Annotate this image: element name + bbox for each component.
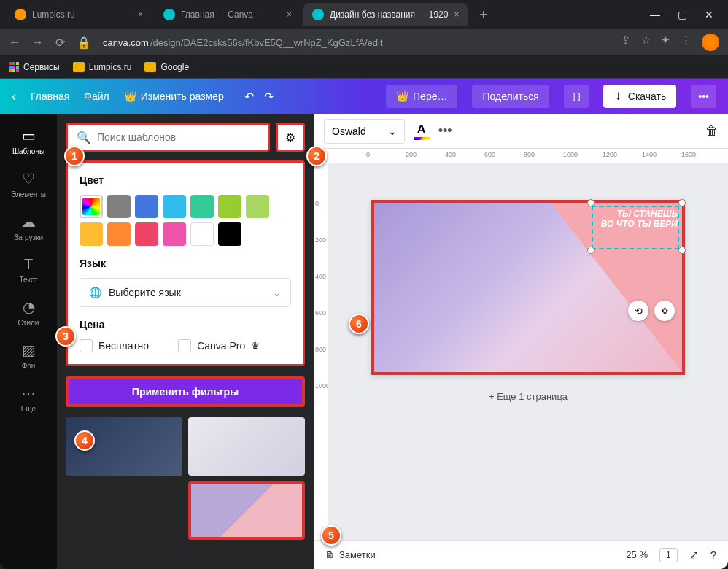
sidenav-templates[interactable]: ▭Шаблоны: [0, 120, 57, 163]
close-icon[interactable]: ×: [454, 9, 459, 20]
minimize-button[interactable]: —: [650, 9, 660, 20]
callout-6: 6: [349, 314, 369, 334]
template-thumbnail-selected[interactable]: [188, 481, 305, 540]
notes-button[interactable]: 🗎Заметки: [325, 549, 376, 560]
rotate-button[interactable]: ⟲: [628, 301, 648, 321]
price-pro-checkbox[interactable]: Canva Pro♛: [178, 339, 260, 352]
color-swatch[interactable]: [135, 195, 158, 218]
share-button[interactable]: Поделиться: [472, 85, 549, 108]
canvas-text[interactable]: ТЫ СТАНЕШЬ ВО ЧТО ТЫ ВЕРИ: [601, 209, 678, 230]
resize-button[interactable]: 👑Изменить размер: [124, 90, 224, 102]
templates-icon: ▭: [22, 127, 36, 144]
color-swatch[interactable]: [107, 195, 131, 218]
tab-title: Главная — Canva: [181, 9, 253, 20]
more-icon: ⋯: [21, 384, 36, 402]
new-tab-button[interactable]: +: [471, 7, 496, 23]
uploads-icon: ☁: [21, 213, 36, 231]
browser-tab[interactable]: Lumpics.ru ×: [6, 3, 152, 26]
search-input-wrapper: 🔍: [66, 123, 270, 152]
maximize-button[interactable]: ▢: [678, 9, 687, 20]
add-page-button[interactable]: + Еще 1 страница: [350, 375, 706, 418]
color-swatch[interactable]: [218, 195, 241, 218]
move-button[interactable]: ✥: [654, 301, 675, 321]
more-button[interactable]: •••: [691, 85, 716, 108]
sidenav-text[interactable]: TТекст: [0, 249, 57, 291]
bottom-bar: 🗎Заметки 25 % 1 ⤢ ?: [314, 540, 728, 569]
help-button[interactable]: ?: [710, 549, 716, 561]
close-button[interactable]: ✕: [705, 9, 713, 20]
color-swatch[interactable]: [190, 195, 214, 218]
home-link[interactable]: Главная: [31, 90, 69, 102]
profile-avatar[interactable]: [702, 34, 719, 51]
more-options-button[interactable]: •••: [438, 123, 452, 139]
menu-icon[interactable]: ⋮: [681, 34, 692, 51]
resize-handle[interactable]: [587, 199, 595, 206]
back-icon[interactable]: ‹: [12, 89, 16, 104]
font-dropdown[interactable]: Oswald⌄: [324, 119, 405, 144]
download-button[interactable]: ⭳Скачать: [603, 85, 677, 108]
star-icon[interactable]: ☆: [641, 34, 651, 51]
ruler-horizontal: 02004006008001000120014001600: [314, 149, 728, 163]
language-select[interactable]: 🌐 Выберите язык ⌄: [80, 278, 291, 307]
crown-icon: 👑: [396, 90, 408, 102]
color-swatch[interactable]: [163, 195, 186, 218]
color-swatch[interactable]: [80, 222, 103, 246]
sidenav-uploads[interactable]: ☁Загрузки: [0, 206, 57, 249]
color-swatch[interactable]: [107, 222, 131, 246]
elements-icon: ♡: [22, 170, 35, 187]
price-free-checkbox[interactable]: Бесплатно: [80, 339, 149, 352]
close-icon[interactable]: ×: [138, 9, 143, 20]
back-button[interactable]: ←: [9, 36, 20, 49]
search-input[interactable]: [97, 131, 259, 143]
undo-button[interactable]: ↶: [244, 90, 254, 104]
filter-button[interactable]: ⚙: [276, 123, 305, 152]
resize-handle[interactable]: [678, 199, 686, 206]
sidenav-elements[interactable]: ♡Элементы: [0, 163, 57, 206]
zoom-level[interactable]: 25 %: [626, 549, 648, 560]
lock-icon[interactable]: 🔒: [77, 36, 91, 50]
extensions-icon[interactable]: ✦: [661, 34, 670, 51]
sliders-icon: ⚙: [285, 131, 295, 144]
ruler-vertical: 02004006008001000: [314, 163, 328, 540]
text-color-button[interactable]: A: [414, 123, 430, 140]
background-icon: ▨: [22, 341, 36, 359]
browser-tab-active[interactable]: Дизайн без названия — 1920 ×: [303, 3, 468, 26]
browser-tab[interactable]: Главная — Canva ×: [155, 3, 301, 26]
forward-button[interactable]: →: [32, 36, 44, 49]
color-swatch[interactable]: [218, 222, 241, 246]
callout-3: 3: [55, 326, 76, 347]
fullscreen-button[interactable]: ⤢: [689, 549, 699, 562]
analytics-button[interactable]: ⫿⫿: [564, 85, 589, 108]
delete-button[interactable]: 🗑: [705, 124, 718, 139]
bookmark-item[interactable]: Google: [144, 62, 189, 72]
close-icon[interactable]: ×: [287, 9, 292, 20]
sidenav-background[interactable]: ▨Фон: [0, 334, 57, 377]
add-color-button[interactable]: [80, 195, 103, 218]
folder-icon: [144, 62, 156, 72]
color-swatch[interactable]: [190, 222, 214, 246]
color-swatch[interactable]: [163, 222, 186, 246]
callout-1: 1: [64, 146, 85, 166]
translate-button[interactable]: 👑Пере…: [386, 85, 457, 108]
resize-handle[interactable]: [678, 247, 686, 254]
apply-filters-button[interactable]: Применить фильтры: [66, 376, 305, 407]
reload-button[interactable]: ⟳: [55, 36, 65, 50]
bookmark-item[interactable]: Lumpics.ru: [73, 62, 132, 72]
canvas-stage[interactable]: ТЫ СТАНЕШЬ ВО ЧТО ТЫ ВЕРИ ⟲ ✥ + Еще 1 ст…: [328, 163, 728, 540]
apps-button[interactable]: Сервисы: [9, 62, 60, 72]
context-toolbar: Oswald⌄ A ••• 🗑: [314, 114, 728, 149]
share-icon[interactable]: ⇪: [621, 34, 631, 51]
color-swatch[interactable]: [246, 195, 269, 218]
search-icon: 🔍: [77, 131, 91, 144]
sidenav-styles[interactable]: ◔Стили: [0, 291, 57, 334]
artboard[interactable]: ТЫ СТАНЕШЬ ВО ЧТО ТЫ ВЕРИ ⟲ ✥: [371, 200, 685, 375]
sidenav-more[interactable]: ⋯Еще: [0, 377, 57, 420]
resize-handle[interactable]: [587, 247, 595, 254]
url-field[interactable]: canva.com /design/DAE2csks56s/fKbvE5Q__w…: [103, 37, 610, 48]
redo-button[interactable]: ↷: [264, 90, 274, 104]
page-number[interactable]: 1: [659, 548, 678, 562]
template-thumbnail[interactable]: [188, 417, 305, 476]
file-menu[interactable]: Файл: [84, 90, 109, 102]
globe-icon: 🌐: [89, 287, 101, 298]
color-swatch[interactable]: [135, 222, 158, 246]
